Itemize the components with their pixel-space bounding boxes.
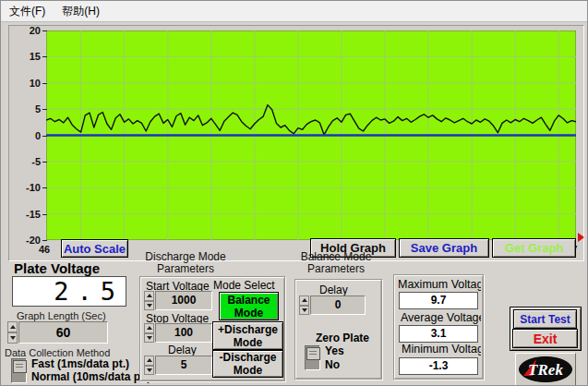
zero-plate-label: Zero Plate: [316, 332, 369, 344]
plot-area[interactable]: [46, 30, 576, 240]
app-window: 文件(F) 帮助(H) 20 15 10 5 0 -5 -10 -15 -20 …: [0, 0, 588, 386]
y-tick-label: -15: [13, 209, 41, 220]
button-label: Mode: [234, 336, 262, 349]
x-tick-label-min: 46: [39, 244, 50, 256]
maximum-voltage-label: Maximum Voltage: [398, 278, 481, 291]
y-tick-label: 5: [13, 103, 41, 115]
decrement-icon[interactable]: [144, 333, 154, 344]
button-label: Balance: [227, 294, 270, 307]
balance-section-title: Balance Mode Parameters: [290, 251, 382, 275]
increment-icon[interactable]: [7, 321, 18, 332]
exit-button[interactable]: Exit: [512, 329, 578, 348]
y-tick-label: 10: [13, 78, 41, 89]
switch-knob-icon: [306, 347, 320, 360]
start-test-button[interactable]: Start Test: [513, 309, 577, 329]
maximum-voltage-field: 9.7: [399, 292, 478, 309]
balance-delay-field[interactable]: 0: [310, 296, 366, 315]
decrement-icon[interactable]: [7, 332, 18, 344]
minus-discharge-mode-button[interactable]: -Discharge Mode: [212, 350, 283, 378]
mode-select-label: Mode Select: [213, 279, 275, 292]
svg-text:TRek: TRek: [528, 361, 563, 379]
waveform-chart-panel: 20 15 10 5 0 -5 -10 -15 -20 46 107 Auto …: [8, 25, 584, 261]
discharge-section-title: Discharge Mode Parameters: [135, 251, 236, 275]
plate-voltage-value: 2.5: [54, 277, 126, 306]
data-collection-switch[interactable]: [11, 358, 27, 383]
balance-mode-button[interactable]: Balance Mode: [219, 292, 279, 320]
trek-logo: TRek: [515, 353, 576, 386]
y-tick-label: -20: [13, 235, 41, 246]
zero-plate-option-no[interactable]: No: [325, 358, 340, 371]
voltage-waveform-chart: [46, 30, 576, 240]
x-scale-marker-icon: [578, 233, 584, 242]
button-label: -Discharge: [219, 351, 276, 364]
stop-voltage-field[interactable]: 100: [155, 323, 212, 343]
menu-bar: 文件(F) 帮助(H): [1, 1, 588, 22]
zero-plate-switch[interactable]: [305, 345, 320, 370]
increment-icon[interactable]: [144, 323, 154, 333]
zero-plate-option-yes[interactable]: Yes: [325, 344, 344, 357]
stop-voltage-stepper[interactable]: [144, 323, 154, 343]
graph-length-label: Graph Length (Sec): [17, 310, 106, 321]
menu-help[interactable]: 帮助(H): [54, 1, 108, 22]
minimum-voltage-field: -1.3: [399, 357, 478, 375]
balance-title-line2: Parameters: [290, 263, 382, 275]
discharge-delay-field[interactable]: 5: [155, 356, 212, 375]
plate-voltage-label: Plate Voltage: [14, 260, 100, 276]
y-tick-label: 15: [13, 51, 41, 62]
data-collection-option-fast[interactable]: Fast (1ms/data pt.): [31, 357, 129, 370]
increment-icon[interactable]: [144, 356, 154, 366]
average-voltage-field: 3.1: [399, 325, 478, 343]
graph-length-field[interactable]: 60: [18, 321, 108, 344]
menu-file[interactable]: 文件(F): [1, 1, 54, 22]
data-collection-option-normal[interactable]: Normal (10ms/data pt.): [31, 370, 150, 383]
decrement-icon[interactable]: [299, 306, 309, 316]
plus-discharge-mode-button[interactable]: +Discharge Mode: [212, 321, 283, 350]
y-tick-label: -10: [13, 182, 41, 193]
y-tick-label: 20: [13, 25, 41, 36]
switch-knob-icon: [13, 360, 27, 373]
y-tick-label: 0: [13, 130, 41, 141]
balance-delay-stepper[interactable]: [299, 296, 309, 315]
minimum-voltage-label: Minimum Voltage: [402, 343, 481, 356]
start-voltage-field[interactable]: 1000: [155, 291, 212, 310]
average-voltage-label: Average Voltage: [401, 311, 481, 324]
save-graph-button[interactable]: Save Graph: [399, 238, 489, 258]
start-voltage-stepper[interactable]: [144, 291, 154, 310]
button-label: Mode: [234, 307, 263, 320]
discharge-delay-label: Delay: [168, 344, 197, 356]
button-label: Mode: [234, 364, 262, 377]
button-label: +Discharge: [218, 323, 278, 336]
increment-icon[interactable]: [299, 296, 309, 306]
balance-delay-label: Delay: [319, 283, 348, 296]
y-tick-label: -5: [13, 156, 41, 167]
get-graph-button[interactable]: Get Graph: [492, 238, 576, 258]
plate-voltage-display: 2.5: [12, 276, 126, 307]
discharge-delay-stepper[interactable]: [144, 356, 154, 375]
decrement-icon[interactable]: [144, 366, 154, 376]
discharge-title-line2: Parameters: [135, 263, 236, 275]
increment-icon[interactable]: [144, 291, 154, 301]
decrement-icon[interactable]: [144, 301, 154, 311]
graph-length-stepper[interactable]: [7, 321, 18, 344]
trek-logo-icon: TRek: [518, 356, 573, 383]
auto-scale-button[interactable]: Auto Scale: [61, 239, 128, 258]
